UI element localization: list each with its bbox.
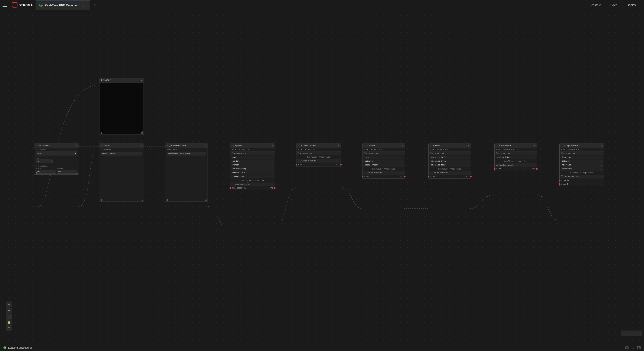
node-appsrc[interactable]: appsrc ✕ Node Information Properties ⌃ c… xyxy=(230,144,275,190)
deploy-button[interactable]: Deploy xyxy=(623,2,640,9)
color-order-select[interactable]: BGR xyxy=(36,151,77,155)
properties-header[interactable]: Properties ⌃ xyxy=(296,152,341,155)
fps-input[interactable] xyxy=(36,160,53,163)
prop-bitrate[interactable]: bitrate⌄ xyxy=(363,160,404,163)
node-info-section[interactable]: Node Information xyxy=(296,148,341,152)
node-color-camera[interactable]: ColorCamera ✕ ColorOrder BGR Fps Preview… xyxy=(34,144,79,175)
prop-is-live[interactable]: is-live⌄ xyxy=(231,160,274,163)
node-header[interactable]: x264enc ✕ xyxy=(362,144,405,148)
prop-max-size-bytes[interactable]: max-size-byt…⌄ xyxy=(430,160,470,163)
prop-location[interactable]: location⌄ xyxy=(560,156,603,159)
node-info-section[interactable]: Node Information xyxy=(560,148,604,152)
src-port[interactable] xyxy=(470,176,472,177)
sink-port[interactable] xyxy=(559,183,560,185)
model-path-value[interactable]: models/yolov8n.onnx xyxy=(167,152,206,155)
io-header[interactable]: Inputs/Outputs ⌃ xyxy=(428,171,471,175)
close-icon[interactable]: ✕ xyxy=(76,144,77,147)
node-info-section[interactable]: Node Information xyxy=(428,148,471,152)
prop-leaky-type[interactable]: leaky-type⌄ xyxy=(231,175,274,178)
stream-name-value[interactable]: appsrcqueue xyxy=(100,152,142,155)
configure-properties-link[interactable]: Configure Properties xyxy=(230,179,275,183)
src-port[interactable] xyxy=(536,168,538,170)
node-header[interactable]: XLinkOut ✕ xyxy=(99,78,144,83)
io-header[interactable]: Inputs/Outputs ⌃ xyxy=(230,183,275,186)
node-canvas[interactable]: ColorCamera ✕ ColorOrder BGR Fps Preview… xyxy=(0,10,644,344)
prop-format[interactable]: format⌄ xyxy=(231,163,274,167)
fit-view-button[interactable]: ⛶ xyxy=(6,313,12,319)
io-header[interactable]: Inputs/Outputs ⌃ xyxy=(560,175,604,178)
node-header[interactable]: queue ✕ xyxy=(428,144,471,148)
chat-icon[interactable] xyxy=(625,346,629,349)
resize-handle[interactable] xyxy=(141,199,143,201)
node-header[interactable]: h264parse ✕ xyxy=(494,144,537,148)
menu-button[interactable] xyxy=(0,0,10,10)
node-object-detection[interactable]: ObjectDetection ✕ model_path models/yolo… xyxy=(165,144,208,202)
properties-header[interactable]: Properties ⌃ xyxy=(494,152,537,155)
zoom-out-button[interactable]: − xyxy=(6,307,12,313)
save-button[interactable]: Save xyxy=(606,2,621,9)
resize-handle[interactable] xyxy=(76,172,78,174)
help-button[interactable]: ? xyxy=(6,325,12,331)
src-port[interactable] xyxy=(404,176,406,177)
prop-rtx-time[interactable]: rtx-time⌄ xyxy=(560,163,603,167)
prop-config-interval[interactable]: config-inter…⌄ xyxy=(496,156,536,159)
prop-protocols[interactable]: protocols⌄ xyxy=(560,167,603,171)
io-header[interactable]: Inputs/Outputs ⌃ xyxy=(494,163,537,167)
sink-port[interactable] xyxy=(296,164,297,165)
panel-toggle-icon[interactable] xyxy=(637,346,640,349)
properties-header[interactable]: Properties ⌃ xyxy=(230,152,275,155)
node-h264parse[interactable]: h264parse ✕ Node Information Properties … xyxy=(494,144,537,171)
resize-handle[interactable] xyxy=(205,199,207,201)
node-xlinkout-stream[interactable]: XLinkOut ✕ StreamName appsrcqueue xyxy=(99,144,144,202)
close-icon[interactable]: ✕ xyxy=(534,144,536,147)
prop-do-timestamp[interactable]: do-timestamp⌄ xyxy=(231,167,274,171)
io-header[interactable]: Inputs/Outputs ⌃ xyxy=(362,171,405,175)
close-icon[interactable]: ✕ xyxy=(402,144,404,147)
close-icon[interactable]: ✕ xyxy=(338,144,340,147)
prop-max-buffers[interactable]: max-buffers⌄ xyxy=(231,171,274,174)
node-header[interactable]: ColorCamera ✕ xyxy=(34,144,79,148)
node-header[interactable]: rtspclientsi… ✕ xyxy=(560,144,604,148)
node-info-section[interactable]: Node Information xyxy=(230,148,275,152)
properties-header[interactable]: Properties ⌃ xyxy=(362,152,405,155)
sink-port[interactable] xyxy=(230,187,231,189)
configure-properties-link[interactable]: Configure Properties xyxy=(362,167,405,171)
properties-header[interactable]: Properties ⌃ xyxy=(560,152,604,155)
src-port[interactable] xyxy=(274,187,276,189)
node-videoconvert[interactable]: videoconvert ✕ Node Information Properti… xyxy=(296,144,341,167)
lock-button[interactable]: 🔒 xyxy=(6,319,12,325)
width-input[interactable] xyxy=(36,170,56,174)
close-icon[interactable]: ✕ xyxy=(141,79,142,82)
configure-properties-link[interactable]: Configure Properties xyxy=(428,167,471,171)
zoom-in-button[interactable]: + xyxy=(6,301,12,307)
close-icon[interactable]: ✕ xyxy=(205,144,206,147)
configure-properties-link[interactable]: Configure Properties xyxy=(494,160,537,163)
node-x264enc[interactable]: x264enc ✕ Node Information Properties ⌃ … xyxy=(362,144,405,179)
configure-properties-link[interactable]: Configure Properties xyxy=(560,171,604,175)
configure-properties-link[interactable]: Configure Properties xyxy=(296,155,341,159)
close-icon[interactable]: ✕ xyxy=(141,144,142,147)
io-header[interactable]: Inputs/Outputs ⌃ xyxy=(296,159,341,163)
prop-caps[interactable]: caps⌄ xyxy=(231,156,274,159)
node-rtspclientsink[interactable]: rtspclientsi… ✕ Node Information Propert… xyxy=(560,144,604,186)
restore-button[interactable]: Restore xyxy=(587,2,605,9)
src-port[interactable] xyxy=(340,164,342,165)
sink-port[interactable] xyxy=(559,180,560,181)
minimap[interactable] xyxy=(621,330,642,336)
tab-active[interactable]: Real-Time PPE Detection ⋮ xyxy=(36,0,90,10)
add-tab-button[interactable]: + xyxy=(90,3,100,8)
node-queue[interactable]: queue ✕ Node Information Properties ⌃ ma… xyxy=(428,144,471,179)
prop-latency[interactable]: latency⌄ xyxy=(560,160,603,163)
sink-port[interactable] xyxy=(362,176,363,177)
node-header[interactable]: XLinkOut ✕ xyxy=(99,144,144,148)
sink-port[interactable] xyxy=(494,168,496,170)
node-header[interactable]: videoconvert ✕ xyxy=(296,144,341,148)
close-icon[interactable]: ✕ xyxy=(272,144,274,147)
tab-menu-button[interactable]: ⋮ xyxy=(81,3,87,7)
sink-port[interactable] xyxy=(428,176,430,177)
prop-max-size-time[interactable]: max-size-time⌄ xyxy=(430,163,470,167)
node-header[interactable]: ObjectDetection ✕ xyxy=(165,144,208,148)
properties-header[interactable]: Properties ⌃ xyxy=(428,152,471,155)
node-xlinkout-preview[interactable]: XLinkOut ✕ xyxy=(99,78,144,135)
prop-speed-preset[interactable]: speed-preset⌄ xyxy=(363,163,404,167)
